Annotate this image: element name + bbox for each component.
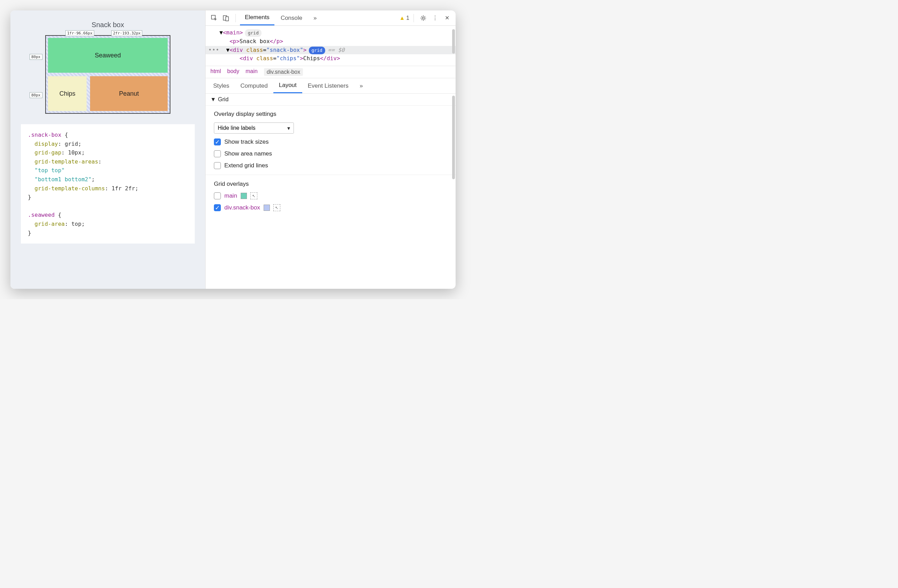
chevron-down-icon: ▼ — [211, 96, 216, 103]
track-label-row2: 80px — [29, 92, 42, 98]
crumb-main[interactable]: main — [246, 68, 258, 76]
css-source: .snack-box { display: grid; grid-gap: 10… — [21, 124, 195, 243]
checkbox-track-sizes[interactable]: ✓ Show track sizes — [214, 139, 447, 145]
devtools-window: Snack box 1fr·96.66px 2fr·193.32px 80px … — [11, 11, 456, 289]
reveal-icon[interactable]: ↖ — [274, 204, 280, 211]
dom-node-chips[interactable]: <div class="chips">Chips</div> — [220, 54, 454, 63]
scrollbar[interactable] — [452, 29, 455, 54]
gear-icon[interactable] — [418, 13, 429, 23]
crumb-current[interactable]: div.snack-box — [264, 68, 303, 76]
styles-subtabs: Styles Computed Layout Event Listeners » — [206, 78, 456, 94]
track-label-row1: 80px — [29, 54, 42, 60]
dom-node-snackbox[interactable]: ▼<div class="snack-box">grid== $0 — [206, 46, 456, 55]
cell-chips: Chips — [48, 76, 87, 111]
tab-console[interactable]: Console — [276, 11, 307, 25]
checkbox-icon — [214, 192, 221, 199]
tabs-overflow[interactable]: » — [309, 11, 321, 25]
close-icon[interactable]: ✕ — [442, 13, 452, 23]
grid-overlays-title: Grid overlays — [214, 180, 447, 188]
track-label-col2: 2fr·193.32px — [111, 30, 142, 36]
dom-node-main[interactable]: ▼<main>grid — [220, 29, 454, 37]
crumb-body[interactable]: body — [227, 68, 239, 76]
overlay-row-main[interactable]: main ↖ — [214, 192, 447, 199]
svg-point-3 — [422, 17, 424, 19]
inspect-icon[interactable] — [209, 13, 220, 23]
warnings-badge[interactable]: ▲ 1 — [399, 15, 409, 21]
track-label-col1: 1fr·96.66px — [65, 30, 94, 36]
dom-node-p[interactable]: <p>Snack box</p> — [220, 37, 454, 46]
page-title: Snack box — [17, 21, 198, 29]
layout-panel: ▼ Grid Overlay display settings Hide lin… — [206, 94, 456, 289]
toolbar-separator — [414, 14, 414, 22]
subtab-layout[interactable]: Layout — [274, 78, 302, 93]
warning-icon: ▲ — [399, 15, 405, 21]
cell-peanut: Peanut — [90, 76, 168, 111]
subtab-event-listeners[interactable]: Event Listeners — [302, 79, 354, 93]
scrollbar[interactable] — [452, 96, 455, 179]
checkbox-extend-lines[interactable]: Extend grid lines — [214, 162, 447, 169]
cell-seaweed: Seaweed — [48, 38, 168, 73]
kebab-icon[interactable]: ⋮ — [430, 13, 440, 23]
toolbar-separator — [235, 14, 236, 22]
grid-preview: 1fr·96.66px 2fr·193.32px 80px 80px Seawe… — [45, 35, 171, 114]
line-labels-select[interactable]: Hide line labels — [214, 123, 294, 134]
dom-tree[interactable]: ▼<main>grid <p>Snack box</p> ▼<div class… — [206, 26, 456, 66]
checkbox-area-names[interactable]: Show area names — [214, 150, 447, 157]
grid-section-header[interactable]: ▼ Grid — [206, 94, 456, 106]
subtabs-overflow[interactable]: » — [354, 79, 368, 93]
crumb-html[interactable]: html — [211, 68, 221, 76]
divider — [206, 175, 456, 175]
svg-rect-2 — [226, 17, 229, 21]
checkbox-icon — [214, 162, 221, 169]
reveal-icon[interactable]: ↖ — [251, 192, 257, 199]
checkbox-icon — [214, 150, 221, 157]
devtools-panel: Elements Console » ▲ 1 ⋮ ✕ ▼<main>grid <… — [205, 11, 456, 289]
subtab-computed[interactable]: Computed — [235, 79, 273, 93]
device-toggle-icon[interactable] — [221, 13, 231, 23]
checkbox-icon: ✓ — [214, 204, 221, 211]
breadcrumb: html body main div.snack-box — [206, 66, 456, 78]
snack-box-grid: Seaweed Chips Peanut — [45, 35, 171, 114]
overlay-row-snackbox[interactable]: ✓ div.snack-box ↖ — [214, 204, 447, 211]
subtab-styles[interactable]: Styles — [208, 79, 235, 93]
color-swatch[interactable] — [264, 205, 270, 211]
color-swatch[interactable] — [241, 193, 247, 199]
tab-elements[interactable]: Elements — [240, 11, 274, 25]
page-preview-panel: Snack box 1fr·96.66px 2fr·193.32px 80px … — [11, 11, 205, 289]
overlay-settings-title: Overlay display settings — [214, 111, 447, 118]
checkbox-icon: ✓ — [214, 139, 221, 145]
main-toolbar: Elements Console » ▲ 1 ⋮ ✕ — [206, 11, 456, 26]
